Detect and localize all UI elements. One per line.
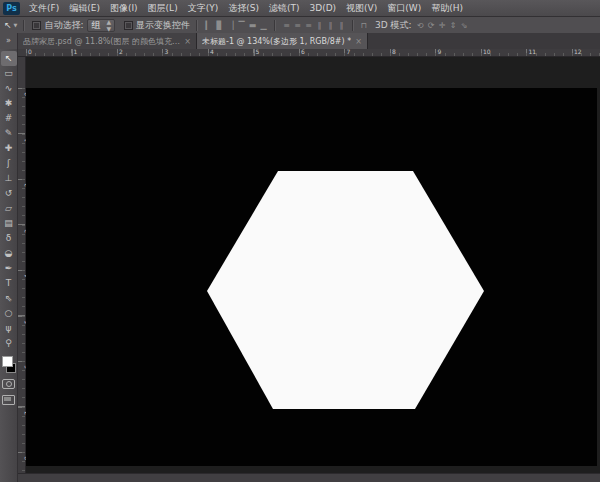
- shape-tool[interactable]: ○: [1, 306, 17, 321]
- tab-title: 未标题-1 @ 134%(多边形 1, RGB/8#) *: [202, 36, 351, 47]
- distribute-top-icon[interactable]: ≡: [281, 21, 292, 30]
- separator: [196, 20, 198, 31]
- tool-strip: ↖▭∿✱#✎✚ʃ⊥↺▱▤δ◒✒T⇖○ψ⚲: [0, 49, 18, 482]
- distribute-h-center-icon[interactable]: ∥: [325, 21, 336, 30]
- path-selection-tool[interactable]: ⇖: [1, 291, 17, 306]
- ruler-label: 2: [119, 49, 123, 55]
- show-transform-checkbox[interactable]: [124, 21, 133, 30]
- document-canvas[interactable]: [26, 88, 597, 466]
- tab-close-button[interactable]: ×: [355, 37, 362, 46]
- options-bar: ↖ ▼ 自动选择: 组 ▲▼ 显示变换控件 ▎▊▕▔▬▁ ≡≡≡∥∥∥ ⊓ 3D…: [0, 17, 600, 34]
- tab-title: 品牌家居.psd @ 11.8%(图层 的颜色填充, RGB/8#) *: [23, 36, 180, 47]
- tool-preset-caret-icon[interactable]: ▼: [14, 22, 18, 28]
- align-h-center-icon[interactable]: ▊: [214, 21, 225, 30]
- auto-select-dropdown[interactable]: 组 ▲▼: [87, 19, 115, 32]
- menu-help[interactable]: 帮助(H): [426, 0, 468, 16]
- shape-layer: [26, 88, 597, 466]
- move-tool[interactable]: ↖: [1, 51, 17, 66]
- 3d-roll-icon[interactable]: ⟳: [426, 21, 437, 30]
- 3d-rotate-icon[interactable]: ⟲: [415, 21, 426, 30]
- document-tabs: 品牌家居.psd @ 11.8%(图层 的颜色填充, RGB/8#) *×未标题…: [18, 33, 368, 49]
- ruler-label: 9: [438, 49, 442, 55]
- auto-select-checkbox[interactable]: [32, 21, 41, 30]
- crop-tool[interactable]: #: [1, 111, 17, 126]
- tab-close-button[interactable]: ×: [184, 37, 191, 46]
- healing-brush-tool[interactable]: ✚: [1, 141, 17, 156]
- gradient-tool[interactable]: ▤: [1, 216, 17, 231]
- 3d-scale-icon[interactable]: ⇘: [459, 21, 470, 30]
- color-swatches[interactable]: [1, 356, 17, 373]
- ruler-label: 8: [392, 49, 396, 55]
- menu-items: 文件(F)编辑(E)图像(I)图层(L)文字(Y)选择(S)滤镜(T)3D(D)…: [24, 0, 468, 16]
- menu-filter[interactable]: 滤镜(T): [264, 0, 305, 16]
- quick-selection-tool[interactable]: ✱: [1, 96, 17, 111]
- menu-file[interactable]: 文件(F): [24, 0, 64, 16]
- ruler-label: 12: [574, 49, 582, 55]
- zoom-tool[interactable]: ⚲: [1, 336, 17, 351]
- auto-select-value: 组: [91, 19, 100, 32]
- align-right-icon[interactable]: ▕: [225, 21, 236, 30]
- foreground-color-swatch[interactable]: [2, 356, 13, 367]
- lasso-tool[interactable]: ∿: [1, 81, 17, 96]
- toolbox-collapse-button[interactable]: »: [0, 33, 18, 49]
- ruler-label: 4: [210, 49, 214, 55]
- document-tab[interactable]: 品牌家居.psd @ 11.8%(图层 的颜色填充, RGB/8#) *×: [18, 33, 197, 49]
- rectangular-marquee-tool[interactable]: ▭: [1, 66, 17, 81]
- move-tool-icon[interactable]: ↖: [4, 20, 12, 30]
- separator: [274, 20, 276, 31]
- quick-mask-mode-button[interactable]: [2, 379, 15, 389]
- ruler-label: 3: [165, 49, 169, 55]
- eyedropper-tool[interactable]: ✎: [1, 126, 17, 141]
- horizontal-ruler[interactable]: 0123456789101112: [18, 49, 600, 57]
- align-v-center-icon[interactable]: ▬: [247, 21, 258, 30]
- distribute-v-center-icon[interactable]: ≡: [292, 21, 303, 30]
- separator: [23, 20, 25, 31]
- 3d-mode-icons-group: ⟲⟳✛⇕⇘: [415, 21, 470, 30]
- 3d-drag-icon[interactable]: ✛: [437, 21, 448, 30]
- type-tool[interactable]: T: [1, 276, 17, 291]
- distribute-bottom-icon[interactable]: ≡: [303, 21, 314, 30]
- 3d-slide-icon[interactable]: ⇕: [448, 21, 459, 30]
- ruler-label: 1: [74, 49, 78, 55]
- menu-select[interactable]: 选择(S): [223, 0, 264, 16]
- align-bottom-icon[interactable]: ▁: [258, 21, 269, 30]
- menu-type[interactable]: 文字(Y): [183, 0, 224, 16]
- menu-layer[interactable]: 图层(L): [143, 0, 183, 16]
- ruler-label: 7: [347, 49, 351, 55]
- ruler-label: 6: [301, 49, 305, 55]
- ruler-label: 10: [483, 49, 491, 55]
- vertical-ruler[interactable]: 012345678: [18, 57, 26, 473]
- hexagon-shape[interactable]: [207, 171, 484, 409]
- align-top-icon[interactable]: ▔: [236, 21, 247, 30]
- eraser-tool[interactable]: ▱: [1, 201, 17, 216]
- 3d-mode-label: 3D 模式:: [375, 19, 412, 32]
- clone-stamp-tool[interactable]: ⊥: [1, 171, 17, 186]
- distribute-left-icon[interactable]: ∥: [314, 21, 325, 30]
- menu-edit[interactable]: 编辑(E): [64, 0, 105, 16]
- menu-window[interactable]: 窗口(W): [382, 0, 426, 16]
- brush-tool[interactable]: ʃ: [1, 156, 17, 171]
- separator: [352, 20, 354, 31]
- screen-mode-button[interactable]: [2, 395, 15, 405]
- dropdown-arrows-icon: ▲▼: [106, 18, 111, 32]
- menu-3d[interactable]: 3D(D): [304, 0, 341, 16]
- menu-view[interactable]: 视图(V): [341, 0, 382, 16]
- ruler-label: 5: [256, 49, 260, 55]
- hand-tool[interactable]: ψ: [1, 321, 17, 336]
- align-left-icon[interactable]: ▎: [203, 21, 214, 30]
- menu-image[interactable]: 图像(I): [105, 0, 143, 16]
- distribute-right-icon[interactable]: ∥: [336, 21, 347, 30]
- pen-tool[interactable]: ✒: [1, 261, 17, 276]
- photoshop-logo-icon: Ps: [3, 2, 20, 15]
- canvas-pasteboard[interactable]: [26, 57, 600, 473]
- auto-align-layers-icon[interactable]: ⊓: [358, 21, 369, 30]
- dodge-tool[interactable]: ◒: [1, 246, 17, 261]
- document-tab-bar: » 品牌家居.psd @ 11.8%(图层 的颜色填充, RGB/8#) *×未…: [0, 33, 600, 50]
- distribute-icons-group: ≡≡≡∥∥∥: [281, 21, 347, 30]
- document-tab[interactable]: 未标题-1 @ 134%(多边形 1, RGB/8#) *×: [197, 33, 368, 49]
- status-bar-area: [18, 473, 600, 482]
- blur-tool[interactable]: δ: [1, 231, 17, 246]
- history-brush-tool[interactable]: ↺: [1, 186, 17, 201]
- photoshop-window: { "menu_bar": { "logo": "Ps", "items": […: [0, 0, 600, 482]
- auto-select-label: 自动选择:: [44, 19, 83, 32]
